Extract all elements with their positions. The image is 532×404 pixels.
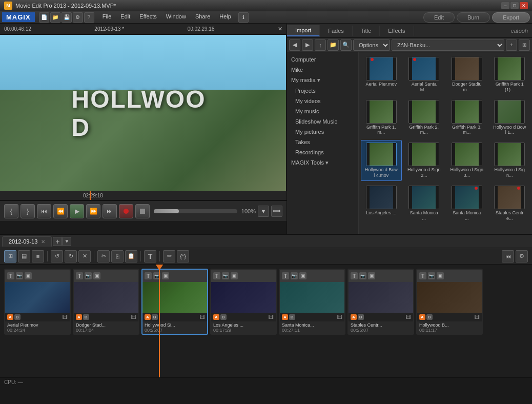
tree-slideshowmusic[interactable]: Slideshow Music: [287, 116, 358, 127]
close-button[interactable]: ✕: [520, 2, 528, 9]
file-item[interactable]: Aerial Santa M...: [404, 54, 445, 95]
tree-mymusic[interactable]: My music: [287, 106, 358, 116]
trim-in-btn[interactable]: {: [4, 204, 18, 218]
tree-myvideos[interactable]: My videos: [287, 96, 358, 106]
brush-tool-btn[interactable]: ✏: [163, 250, 175, 262]
file-item[interactable]: Hollywoo d Bowl 1...: [489, 97, 530, 138]
file-item[interactable]: Griffith Park 3.m...: [446, 97, 487, 138]
fx-tool-btn[interactable]: {*}: [177, 250, 189, 262]
clip-misc-btn[interactable]: ▣: [25, 272, 32, 279]
tree-mike[interactable]: Mike: [287, 65, 358, 75]
nav-back-btn[interactable]: ◀: [289, 39, 300, 51]
nav-fwd-btn[interactable]: ▶: [302, 39, 313, 51]
mode-export-btn[interactable]: Export: [492, 12, 530, 23]
timeline-tab-active[interactable]: 2012-09-13 ✕: [2, 236, 52, 247]
tab-effects[interactable]: Effects: [380, 26, 414, 36]
details-view-btn[interactable]: ≡: [32, 250, 44, 262]
storyboard-view-btn[interactable]: ⊞: [4, 250, 16, 262]
clip-cam-btn[interactable]: 📷: [153, 272, 160, 279]
record-btn[interactable]: [119, 204, 133, 218]
save-icon[interactable]: 💾: [62, 12, 72, 23]
file-item[interactable]: Griffith Park 2.m...: [404, 97, 445, 138]
clip-cam-btn[interactable]: 📷: [291, 272, 298, 279]
menu-effects[interactable]: Effects: [135, 12, 160, 23]
file-item-selected[interactable]: Hollywoo d Bowl 4.mov: [361, 140, 402, 181]
clip-cam-btn[interactable]: 📷: [222, 272, 229, 279]
timeline-clip-selected[interactable]: T 📷 ▣ AB 🎞 Hollywood Si... 00:25:07: [141, 269, 208, 335]
step-back-btn[interactable]: ⏪: [53, 204, 68, 218]
help-icon[interactable]: ?: [84, 12, 94, 23]
new-icon[interactable]: 📄: [39, 12, 49, 23]
minimize-button[interactable]: –: [501, 2, 509, 9]
file-item[interactable]: Hollywoo d Sign...: [489, 140, 530, 181]
clip-cam-btn[interactable]: 📷: [428, 272, 435, 279]
timeline-clip[interactable]: T 📷 ▣ AB 🎞 Santa Monica... 00:27:11: [279, 269, 345, 335]
clip-misc-btn[interactable]: ▣: [162, 272, 169, 279]
zoom-dropdown[interactable]: ▼: [258, 206, 269, 217]
file-item[interactable]: Aerial Pier.mov: [361, 54, 402, 95]
paste-btn[interactable]: 📋: [125, 250, 137, 262]
file-item[interactable]: Griffith Park 1.m...: [361, 97, 402, 138]
tree-projects[interactable]: Projects: [287, 86, 358, 96]
delete-btn[interactable]: ✕: [78, 250, 91, 262]
timeline-clip[interactable]: T 📷 ▣ AB 🎞 Staples Centr... 00:25:07: [347, 269, 414, 335]
menu-edit[interactable]: Edit: [116, 12, 134, 23]
mode-burn-btn[interactable]: Burn: [457, 12, 490, 23]
file-item[interactable]: Dodger Stadium...: [446, 54, 487, 95]
open-icon[interactable]: 📁: [50, 12, 60, 23]
preview-close[interactable]: ✕: [278, 26, 282, 32]
clip-text-btn[interactable]: T: [7, 272, 14, 279]
progress-bar[interactable]: [154, 209, 237, 213]
clip-misc-btn[interactable]: ▣: [437, 272, 444, 279]
skip-start-btn[interactable]: ⏮: [502, 250, 514, 262]
tree-computer[interactable]: Computer: [287, 54, 358, 65]
file-item[interactable]: Hollywoo d Sign 3...: [446, 140, 487, 181]
timeline-scrub[interactable]: 02:29:18: [0, 191, 287, 200]
timeline-clip[interactable]: T 📷 ▣ AB 🎞 Dodger Stad... 00:17:04: [73, 269, 139, 335]
trim-out-btn[interactable]: }: [21, 204, 35, 218]
tree-recordings[interactable]: Recordings: [287, 147, 358, 157]
settings-icon[interactable]: ⚙: [73, 12, 83, 23]
file-item[interactable]: Staples Centre...: [489, 183, 530, 224]
options-dropdown[interactable]: Options: [353, 39, 390, 51]
cut-btn[interactable]: ✂: [97, 250, 110, 262]
tab-dropdown-btn[interactable]: ▼: [62, 237, 71, 246]
menu-share[interactable]: Share: [191, 12, 214, 23]
add-tab-btn[interactable]: +: [53, 237, 62, 246]
clip-misc-btn[interactable]: ▣: [93, 272, 100, 279]
grid-view-btn[interactable]: ⊞: [519, 39, 530, 51]
tree-magixtools[interactable]: MAGIX Tools ▾: [287, 157, 358, 168]
clip-misc-btn[interactable]: ▣: [231, 272, 238, 279]
file-item[interactable]: Santa Monica ...: [446, 183, 487, 224]
file-item[interactable]: Santa Monica ...: [404, 183, 445, 224]
mode-edit-btn[interactable]: Edit: [423, 12, 455, 23]
clip-text-btn[interactable]: T: [213, 272, 220, 279]
nav-folder-btn[interactable]: 📁: [328, 39, 339, 51]
stop-btn[interactable]: [135, 204, 150, 218]
nav-up-btn[interactable]: ↑: [315, 39, 326, 51]
text-tool-btn[interactable]: T: [144, 250, 156, 262]
timeline-clip[interactable]: T 📷 ▣ AB 🎞 Aerial Pier.mov 00:24:24: [4, 269, 71, 335]
redo-btn[interactable]: ↻: [65, 250, 77, 262]
clip-text-btn[interactable]: T: [282, 272, 289, 279]
file-item[interactable]: Los Angeles ...: [361, 183, 402, 224]
clip-text-btn[interactable]: T: [351, 272, 358, 279]
add-view-btn[interactable]: +: [506, 39, 517, 51]
copy-btn[interactable]: ⎘: [111, 250, 124, 262]
tab-fades[interactable]: Fades: [320, 26, 353, 36]
tab-import[interactable]: Import: [287, 25, 320, 36]
info-icon[interactable]: ℹ: [238, 12, 249, 23]
next-frame-btn[interactable]: ⏭: [103, 204, 117, 218]
file-item[interactable]: Hollywoo d Sign 2...: [404, 140, 445, 181]
tree-mypictures[interactable]: My pictures: [287, 127, 358, 137]
clip-cam-btn[interactable]: 📷: [85, 272, 92, 279]
clip-text-btn[interactable]: T: [76, 272, 83, 279]
menu-file[interactable]: File: [98, 12, 116, 23]
tree-mymedia[interactable]: My media ▾: [287, 75, 358, 86]
prev-frame-btn[interactable]: ⏮: [37, 204, 51, 218]
clip-text-btn[interactable]: T: [419, 272, 426, 279]
tree-takes[interactable]: Takes: [287, 137, 358, 147]
clip-misc-btn[interactable]: ▣: [368, 272, 375, 279]
timeline-view-btn[interactable]: ▤: [18, 250, 30, 262]
tab-close-btn[interactable]: ✕: [41, 239, 45, 245]
